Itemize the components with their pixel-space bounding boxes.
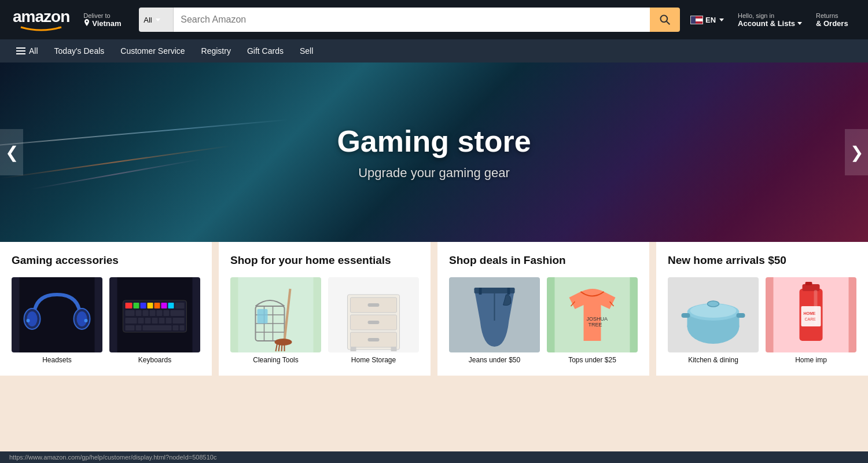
home-arrivals-title: New home arrivals $50 (668, 253, 856, 268)
svg-rect-90 (814, 290, 818, 325)
tops-item[interactable]: JOSHUA TREE Tops under $25 (547, 277, 638, 364)
svg-rect-31 (145, 318, 151, 324)
home-storage-item[interactable]: Home Storage (328, 277, 419, 364)
svg-rect-39 (173, 325, 179, 330)
svg-rect-20 (168, 303, 174, 308)
account-chevron-icon (797, 22, 802, 25)
svg-rect-81 (682, 313, 690, 318)
home-essentials-grid: Cleaning Tools (230, 277, 419, 364)
cleaning-tools-image (230, 277, 321, 352)
account-section[interactable]: Hello, sign in Account & Lists (734, 9, 806, 31)
home-improvement-image: HOME CARE (766, 277, 856, 352)
flag-icon (690, 16, 703, 24)
nav-bar: All Today's Deals Customer Service Regis… (0, 39, 868, 63)
svg-line-53 (282, 343, 282, 351)
tops-image: JOSHUA TREE (547, 277, 638, 352)
kitchen-dining-svg (668, 277, 759, 352)
home-essentials-card: Shop for your home essentials (219, 242, 431, 376)
search-button[interactable] (650, 8, 680, 32)
svg-rect-85 (801, 306, 821, 326)
home-storage-label: Home Storage (351, 356, 396, 364)
home-improvement-item[interactable]: HOME CARE Home imp (766, 277, 856, 364)
search-input[interactable] (174, 8, 650, 32)
svg-rect-16 (141, 303, 146, 308)
gaming-accessories-card: Gaming accessories (0, 242, 212, 376)
search-icon (659, 14, 671, 25)
cleaning-tools-svg (230, 277, 321, 352)
hero-next-button[interactable]: ❯ (845, 129, 868, 175)
svg-point-11 (84, 319, 88, 322)
svg-rect-69 (507, 288, 510, 295)
language-selector[interactable]: EN (687, 12, 727, 28)
svg-rect-28 (171, 310, 185, 316)
deliver-to-section[interactable]: Deliver to Vietnam (80, 9, 132, 31)
svg-rect-82 (737, 313, 745, 318)
account-top-label: Hello, sign in (738, 12, 802, 19)
header: amazon Deliver to Vietnam All (0, 0, 868, 39)
home-storage-image (328, 277, 419, 352)
svg-rect-32 (152, 318, 158, 324)
home-essentials-title: Shop for your home essentials (230, 253, 419, 268)
headsets-item[interactable]: Headsets (12, 277, 102, 364)
search-category-dropdown[interactable]: All (139, 8, 174, 32)
svg-rect-22 (126, 310, 135, 316)
svg-rect-27 (164, 310, 170, 316)
headsets-image (12, 277, 102, 352)
svg-rect-18 (155, 303, 160, 308)
hero-prev-button[interactable]: ❮ (0, 129, 23, 175)
svg-rect-29 (126, 318, 137, 324)
nav-item-customer-service[interactable]: Customer Service (113, 42, 192, 60)
svg-rect-24 (143, 310, 149, 316)
nav-item-todays-deals[interactable]: Today's Deals (47, 42, 112, 60)
svg-text:JOSHUA: JOSHUA (587, 316, 608, 322)
fashion-deals-grid: Jeans under $50 JOSHUA TREE (449, 277, 638, 364)
fashion-deals-title: Shop deals in Fashion (449, 253, 638, 268)
keyboards-label: Keyboards (138, 356, 171, 364)
dropdown-chevron-icon (156, 19, 160, 21)
returns-top-label: Returns (816, 12, 855, 19)
cleaning-tools-item[interactable]: Cleaning Tools (230, 277, 321, 364)
svg-rect-30 (138, 318, 144, 324)
search-bar: All (139, 8, 680, 32)
language-chevron-icon (719, 19, 724, 21)
nav-item-sell[interactable]: Sell (293, 42, 320, 60)
svg-rect-63 (351, 347, 356, 351)
svg-text:TREE: TREE (589, 322, 602, 328)
svg-rect-25 (150, 310, 156, 316)
svg-rect-68 (479, 288, 482, 295)
svg-rect-14 (126, 303, 133, 308)
hero-title: Gaming store (337, 124, 531, 159)
home-storage-svg (328, 277, 419, 352)
amazon-logo[interactable]: amazon (9, 4, 73, 35)
nav-item-all[interactable]: All (9, 42, 45, 60)
svg-point-8 (24, 308, 41, 329)
svg-rect-37 (136, 325, 142, 330)
svg-rect-48 (258, 309, 268, 324)
svg-rect-36 (126, 325, 135, 330)
svg-rect-38 (143, 325, 172, 330)
kitchen-dining-item[interactable]: Kitchen & dining (668, 277, 759, 364)
svg-point-10 (27, 319, 30, 322)
logo-text: amazon (13, 8, 69, 26)
home-arrivals-grid: Kitchen & dining HOME CARE (668, 277, 856, 364)
jeans-item[interactable]: Jeans under $50 (449, 277, 540, 364)
cleaning-tools-label: Cleaning Tools (253, 356, 299, 364)
gaming-accessories-title: Gaming accessories (12, 253, 200, 268)
svg-rect-17 (148, 303, 153, 308)
deliver-location: Vietnam (83, 19, 128, 28)
hero-banner: ❮ Gaming store Upgrade your gaming gear … (0, 63, 868, 242)
account-bottom-label: Account & Lists (738, 19, 802, 28)
fashion-deals-card: Shop deals in Fashion (437, 242, 649, 376)
svg-point-80 (708, 301, 719, 307)
nav-item-gift-cards[interactable]: Gift Cards (240, 42, 290, 60)
language-label: EN (705, 16, 716, 24)
hero-content: Gaming store Upgrade your gaming gear (337, 124, 531, 181)
tops-svg: JOSHUA TREE (547, 277, 638, 352)
svg-rect-23 (136, 310, 142, 316)
returns-section[interactable]: Returns & Orders (812, 9, 859, 31)
svg-rect-15 (134, 303, 139, 308)
returns-bottom-label: & Orders (816, 19, 855, 28)
nav-item-registry[interactable]: Registry (194, 42, 238, 60)
keyboards-item[interactable]: Keyboards (109, 277, 200, 364)
home-arrivals-card: New home arrivals $50 (656, 242, 868, 376)
